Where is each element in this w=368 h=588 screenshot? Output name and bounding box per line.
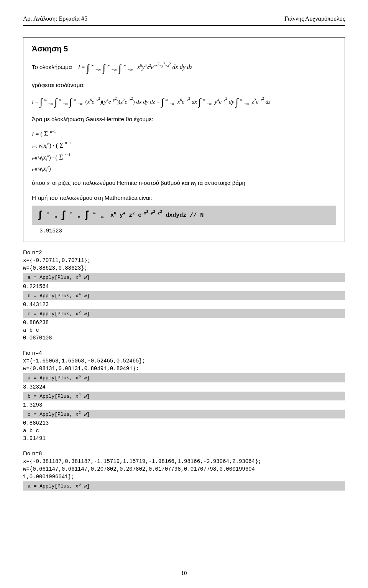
inf-r3: ∞ xyxy=(240,98,243,102)
n4-b-val: 1.3293 xyxy=(23,402,345,408)
n2-b-val: 0.443123 xyxy=(23,301,345,308)
n4-label: Για n=4 xyxy=(23,349,345,356)
n8-section: Για n=8 x={-0.381187,0.381187,-1.15719,1… xyxy=(23,450,345,490)
ninf-s1: −∞ xyxy=(48,102,53,106)
page-header: Αρ. Ανάλυση: Εργασία #5 Γιάννης Λυχναρόπ… xyxy=(23,15,345,26)
inf-s1: ∞ xyxy=(44,98,47,102)
ninf-r3: −∞ xyxy=(244,102,249,106)
ara-text: Άρα με ολοκλήρωση Gauss-Hermite θα έχουμ… xyxy=(32,116,153,122)
n2-abc-label: a b c xyxy=(23,327,345,333)
n4-c-val: 0.886213 xyxy=(23,420,345,426)
int-r2: ∫ xyxy=(199,96,201,107)
integral-sign-3: ∫ xyxy=(118,62,122,74)
int-r3: ∫ xyxy=(236,96,238,107)
inf-r1: ∞ xyxy=(165,98,168,102)
inf-3: ∞ xyxy=(123,63,126,68)
n2-c-val: 0.886238 xyxy=(23,320,345,326)
askisi-section: Άσκηση 5 Το ολοκλήρωμα I = ∫ ∞ −∞ ∫ ∞ −∞… xyxy=(23,37,345,242)
split-integral-line: I = ∫ ∞ −∞ ∫ ∞ −∞ ∫ ∞ −∞ (x6e−x2)(y4e−y2… xyxy=(32,94,336,110)
sigma-1: Σ xyxy=(44,130,48,138)
inf-s2: ∞ xyxy=(59,98,61,102)
n2-w-line: w={0.88623,0.88623}; xyxy=(23,265,345,271)
n8-x-line: x={-0.381187,0.381187,-1.15719,1.15719,-… xyxy=(23,458,345,464)
ninf-r1: −∞ xyxy=(169,102,174,106)
n2-label: Για n=2 xyxy=(23,249,345,256)
n8-w-line2: 1,0.0001996041}; xyxy=(23,474,345,480)
int-cmd-sign2: ∫ xyxy=(61,209,67,221)
n2-a-cmd: a = Apply[Plus, x6 w] xyxy=(23,273,345,282)
integral-sign-1: ∫ xyxy=(87,62,90,74)
n2-section: Για n=2 x={-0.70711,0.70711}; w={0.88623… xyxy=(23,249,345,341)
n4-a-val: 3.32324 xyxy=(23,384,345,390)
ninf-1: −∞ xyxy=(95,67,101,72)
n2-label-text: Για n=2 xyxy=(23,249,42,255)
n8-label: Για n=8 xyxy=(23,450,345,457)
timh-text: Η τιμή του πολυωνύμου στη Mathematica εί… xyxy=(32,194,152,201)
grafetai-text: γράφεται ισοδύναμα: xyxy=(32,82,85,88)
header-right: Γιάννης Λυχναρόπουλος xyxy=(284,15,345,22)
inf-r2: ∞ xyxy=(202,98,205,102)
n4-abc-val: 3.91491 xyxy=(23,435,345,441)
ninf-s3: −∞ xyxy=(77,102,82,106)
n4-a-cmd: a = Apply[Plus, x6 w] xyxy=(23,373,345,382)
int-cmd-sign3: ∫ xyxy=(84,209,90,221)
timh-line: Η τιμή του πολυωνύμου στη Mathematica εί… xyxy=(32,193,336,203)
n8-a-cmd: a = Apply[Plus, x6 w] xyxy=(23,481,345,490)
sigma-2: Σ xyxy=(59,142,63,149)
integrand-main: x6y4z2e−x2−y2−z2 dx dy dz xyxy=(136,64,192,70)
opou-line: όπου xi οι ρίζες του πολυωνύμου Hermite … xyxy=(32,178,336,188)
integral-sign-2: ∫ xyxy=(102,62,105,74)
int-r1: ∫ xyxy=(161,96,164,107)
result-main: 3.91523 xyxy=(39,228,336,234)
inf-1: ∞ xyxy=(91,63,94,68)
int-s1: ∫ xyxy=(40,96,43,107)
page-number: 10 xyxy=(0,570,368,576)
inf-s3: ∞ xyxy=(73,98,76,102)
ninf-s2: −∞ xyxy=(63,102,68,106)
n2-b-cmd: b = Apply[Plus, x4 w] xyxy=(23,291,345,300)
int-s3: ∫ xyxy=(69,96,72,107)
ninf-3: −∞ xyxy=(127,67,133,72)
n4-w-line: w={0.08131,0.08131,0.80491,0.80491}; xyxy=(23,366,345,372)
formula-I-line: I = ( Σ n−1 i=0 wixi6) · ( Σ n−1 i=0 wix… xyxy=(32,128,336,174)
n8-w-line: w={0.661147,0.661147,0.207802,0.207802,0… xyxy=(23,466,345,472)
n2-c-cmd: c = Apply[Plus, x2 w] xyxy=(23,309,345,318)
askisi-title: Άσκηση 5 xyxy=(32,44,336,53)
ninf-r2: −∞ xyxy=(207,102,212,106)
int-s2: ∫ xyxy=(54,96,57,107)
ara-text-line: Άρα με ολοκλήρωση Gauss-Hermite θα έχουμ… xyxy=(32,114,336,124)
intro-text: Το ολοκλήρωμα I = xyxy=(32,64,87,70)
n4-abc-label: a b c xyxy=(23,428,345,434)
n8-label-text: Για n=8 xyxy=(23,450,42,456)
n4-x-line: x={-1.65068,1.65068,-0.52465,0.52465}; xyxy=(23,358,345,364)
int-cmd-sign1: ∫ xyxy=(37,209,43,221)
sigma-3: Σ xyxy=(59,153,63,161)
n4-b-cmd: b = Apply[Plus, x4 w] xyxy=(23,392,345,400)
n4-section: Για n=4 x={-1.65068,1.65068,-0.52465,0.5… xyxy=(23,349,345,441)
n2-x-line: x={-0.70711,0.70711}; xyxy=(23,257,345,264)
inf-2: ∞ xyxy=(107,63,110,68)
n2-abc-val: 0.0870108 xyxy=(23,335,345,341)
mathematica-cmd-block: ∫ ∞ −∞ ∫ ∞ −∞ ∫ ∞ −∞ x6 y4 z2 e−x2−y2−z2… xyxy=(32,206,336,225)
n4-c-cmd: c = Apply[Plus, x2 w] xyxy=(23,410,345,418)
grafetai-line: γράφεται ισοδύναμα: xyxy=(32,80,336,90)
intro-line: Το ολοκλήρωμα I = ∫ ∞ −∞ ∫ ∞ −∞ ∫ ∞ −∞ x… xyxy=(32,59,336,77)
header-left: Αρ. Ανάλυση: Εργασία #5 xyxy=(23,15,87,22)
ninf-2: −∞ xyxy=(112,67,117,72)
n2-a-val: 0.221564 xyxy=(23,283,345,290)
n4-label-text: Για n=4 xyxy=(23,349,42,356)
opou-text: όπου xi οι ρίζες του πολυωνύμου Hermite … xyxy=(32,180,245,186)
